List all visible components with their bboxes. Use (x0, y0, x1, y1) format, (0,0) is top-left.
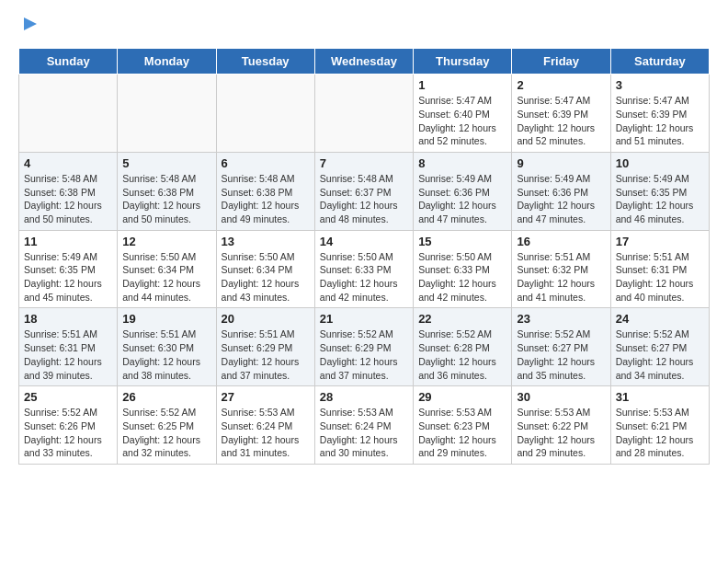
day-info: Sunrise: 5:53 AM Sunset: 6:24 PM Dayligh… (222, 406, 310, 460)
day-number: 3 (616, 78, 704, 92)
day-number: 30 (517, 390, 605, 404)
day-info: Sunrise: 5:48 AM Sunset: 6:38 PM Dayligh… (222, 172, 310, 226)
day-info: Sunrise: 5:48 AM Sunset: 6:38 PM Dayligh… (24, 172, 112, 226)
day-of-week-wednesday: Wednesday (314, 49, 413, 75)
day-info: Sunrise: 5:51 AM Sunset: 6:31 PM Dayligh… (24, 327, 112, 382)
calendar-cell: 27Sunrise: 5:53 AM Sunset: 6:24 PM Dayli… (216, 386, 314, 465)
calendar-cell: 31Sunrise: 5:53 AM Sunset: 6:21 PM Dayli… (610, 386, 709, 465)
calendar-cell (314, 75, 413, 153)
day-of-week-monday: Monday (118, 49, 216, 75)
calendar-week-row: 1Sunrise: 5:47 AM Sunset: 6:40 PM Daylig… (19, 75, 710, 153)
calendar-cell: 5Sunrise: 5:48 AM Sunset: 6:38 PM Daylig… (118, 152, 216, 230)
calendar-cell: 11Sunrise: 5:49 AM Sunset: 6:35 PM Dayli… (19, 230, 118, 308)
calendar-cell: 1Sunrise: 5:47 AM Sunset: 6:40 PM Daylig… (414, 75, 512, 153)
day-info: Sunrise: 5:50 AM Sunset: 6:34 PM Dayligh… (122, 250, 210, 304)
calendar-cell: 30Sunrise: 5:53 AM Sunset: 6:22 PM Dayli… (512, 386, 610, 465)
calendar-week-row: 18Sunrise: 5:51 AM Sunset: 6:31 PM Dayli… (19, 308, 710, 386)
calendar-week-row: 11Sunrise: 5:49 AM Sunset: 6:35 PM Dayli… (19, 230, 710, 308)
calendar-table: SundayMondayTuesdayWednesdayThursdayFrid… (18, 48, 710, 465)
day-of-week-friday: Friday (512, 49, 610, 75)
day-of-week-thursday: Thursday (414, 49, 512, 75)
calendar-cell (216, 75, 314, 153)
day-info: Sunrise: 5:50 AM Sunset: 6:33 PM Dayligh… (418, 250, 506, 304)
day-number: 10 (616, 156, 704, 170)
day-info: Sunrise: 5:48 AM Sunset: 6:38 PM Dayligh… (122, 172, 210, 226)
calendar-cell: 14Sunrise: 5:50 AM Sunset: 6:33 PM Dayli… (314, 230, 413, 308)
calendar-cell: 9Sunrise: 5:49 AM Sunset: 6:36 PM Daylig… (512, 152, 610, 230)
day-number: 31 (616, 390, 704, 404)
day-info: Sunrise: 5:50 AM Sunset: 6:34 PM Dayligh… (222, 250, 310, 304)
day-info: Sunrise: 5:52 AM Sunset: 6:29 PM Dayligh… (320, 327, 408, 382)
day-info: Sunrise: 5:52 AM Sunset: 6:26 PM Dayligh… (24, 406, 112, 460)
day-number: 16 (517, 235, 605, 248)
calendar-cell: 28Sunrise: 5:53 AM Sunset: 6:24 PM Dayli… (314, 386, 413, 465)
calendar-cell (19, 75, 118, 153)
day-number: 19 (122, 312, 210, 326)
day-info: Sunrise: 5:52 AM Sunset: 6:27 PM Dayligh… (517, 327, 605, 382)
day-info: Sunrise: 5:47 AM Sunset: 6:39 PM Dayligh… (517, 94, 605, 148)
calendar-body: 1Sunrise: 5:47 AM Sunset: 6:40 PM Daylig… (19, 75, 710, 465)
day-number: 28 (320, 390, 408, 404)
day-number: 22 (418, 312, 506, 326)
day-info: Sunrise: 5:53 AM Sunset: 6:22 PM Dayligh… (517, 406, 605, 460)
day-number: 21 (320, 312, 408, 326)
day-number: 17 (616, 235, 704, 248)
calendar-header-row: SundayMondayTuesdayWednesdayThursdayFrid… (19, 49, 710, 75)
day-number: 14 (320, 235, 408, 248)
calendar-cell: 19Sunrise: 5:51 AM Sunset: 6:30 PM Dayli… (118, 308, 216, 386)
day-number: 25 (24, 390, 112, 404)
day-number: 20 (222, 312, 310, 326)
day-info: Sunrise: 5:49 AM Sunset: 6:35 PM Dayligh… (616, 172, 704, 226)
day-info: Sunrise: 5:48 AM Sunset: 6:37 PM Dayligh… (320, 172, 408, 226)
calendar-week-row: 25Sunrise: 5:52 AM Sunset: 6:26 PM Dayli… (19, 386, 710, 465)
day-info: Sunrise: 5:51 AM Sunset: 6:29 PM Dayligh… (222, 327, 310, 382)
day-number: 4 (24, 156, 112, 170)
calendar-cell: 26Sunrise: 5:52 AM Sunset: 6:25 PM Dayli… (118, 386, 216, 465)
day-info: Sunrise: 5:50 AM Sunset: 6:33 PM Dayligh… (320, 250, 408, 304)
day-info: Sunrise: 5:47 AM Sunset: 6:39 PM Dayligh… (616, 94, 704, 148)
day-of-week-tuesday: Tuesday (216, 49, 314, 75)
calendar-cell: 6Sunrise: 5:48 AM Sunset: 6:38 PM Daylig… (216, 152, 314, 230)
calendar-cell: 17Sunrise: 5:51 AM Sunset: 6:31 PM Dayli… (610, 230, 709, 308)
calendar-cell: 13Sunrise: 5:50 AM Sunset: 6:34 PM Dayli… (216, 230, 314, 308)
calendar-cell (118, 75, 216, 153)
logo-arrow-icon (22, 16, 39, 32)
day-number: 24 (616, 312, 704, 326)
svg-marker-0 (24, 17, 37, 30)
page-header (18, 18, 710, 40)
day-info: Sunrise: 5:51 AM Sunset: 6:32 PM Dayligh… (517, 250, 605, 304)
day-of-week-saturday: Saturday (610, 49, 709, 75)
day-info: Sunrise: 5:49 AM Sunset: 6:36 PM Dayligh… (418, 172, 506, 226)
calendar-cell: 8Sunrise: 5:49 AM Sunset: 6:36 PM Daylig… (414, 152, 512, 230)
calendar-cell: 29Sunrise: 5:53 AM Sunset: 6:23 PM Dayli… (414, 386, 512, 465)
day-info: Sunrise: 5:52 AM Sunset: 6:28 PM Dayligh… (418, 327, 506, 382)
calendar-cell: 23Sunrise: 5:52 AM Sunset: 6:27 PM Dayli… (512, 308, 610, 386)
calendar-cell: 12Sunrise: 5:50 AM Sunset: 6:34 PM Dayli… (118, 230, 216, 308)
day-info: Sunrise: 5:47 AM Sunset: 6:40 PM Dayligh… (418, 94, 506, 148)
day-number: 1 (418, 78, 506, 92)
calendar-cell: 21Sunrise: 5:52 AM Sunset: 6:29 PM Dayli… (314, 308, 413, 386)
day-number: 15 (418, 235, 506, 248)
day-number: 23 (517, 312, 605, 326)
day-number: 26 (122, 390, 210, 404)
calendar-cell: 10Sunrise: 5:49 AM Sunset: 6:35 PM Dayli… (610, 152, 709, 230)
calendar-cell: 25Sunrise: 5:52 AM Sunset: 6:26 PM Dayli… (19, 386, 118, 465)
day-of-week-sunday: Sunday (19, 49, 118, 75)
calendar-week-row: 4Sunrise: 5:48 AM Sunset: 6:38 PM Daylig… (19, 152, 710, 230)
logo (18, 18, 39, 40)
day-info: Sunrise: 5:52 AM Sunset: 6:25 PM Dayligh… (122, 406, 210, 460)
calendar-cell: 18Sunrise: 5:51 AM Sunset: 6:31 PM Dayli… (19, 308, 118, 386)
day-info: Sunrise: 5:52 AM Sunset: 6:27 PM Dayligh… (616, 327, 704, 382)
day-number: 13 (222, 235, 310, 248)
calendar-cell: 3Sunrise: 5:47 AM Sunset: 6:39 PM Daylig… (610, 75, 709, 153)
day-number: 29 (418, 390, 506, 404)
day-number: 8 (418, 156, 506, 170)
calendar-cell: 22Sunrise: 5:52 AM Sunset: 6:28 PM Dayli… (414, 308, 512, 386)
day-number: 7 (320, 156, 408, 170)
day-info: Sunrise: 5:53 AM Sunset: 6:21 PM Dayligh… (616, 406, 704, 460)
day-info: Sunrise: 5:53 AM Sunset: 6:23 PM Dayligh… (418, 406, 506, 460)
day-number: 18 (24, 312, 112, 326)
day-info: Sunrise: 5:51 AM Sunset: 6:30 PM Dayligh… (122, 327, 210, 382)
calendar-cell: 15Sunrise: 5:50 AM Sunset: 6:33 PM Dayli… (414, 230, 512, 308)
calendar-cell: 7Sunrise: 5:48 AM Sunset: 6:37 PM Daylig… (314, 152, 413, 230)
